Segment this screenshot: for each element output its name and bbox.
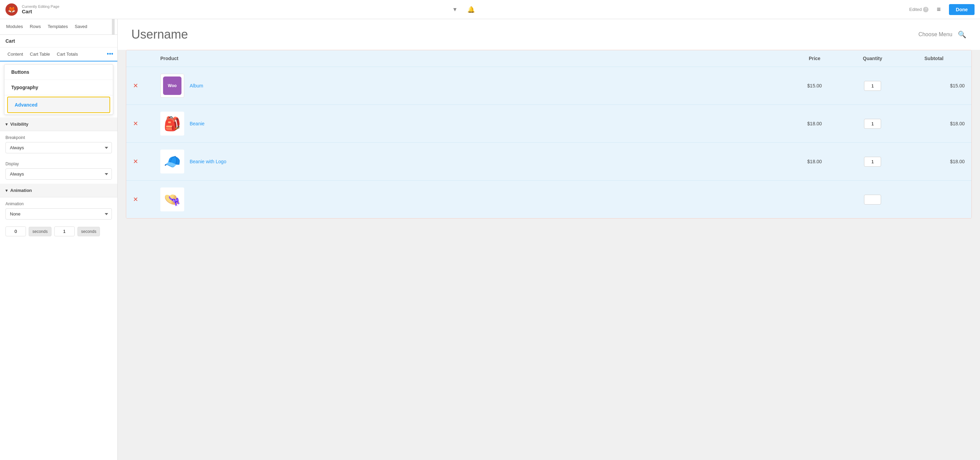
breakpoint-select[interactable]: Always Desktop Tablet Mobile	[5, 142, 112, 153]
sidebar-content: ▾ Visibility Breakpoint Always Desktop T…	[0, 118, 117, 460]
sidebar-resize-handle[interactable]	[112, 19, 115, 35]
breakpoint-field: Breakpoint Always Desktop Tablet Mobile	[0, 131, 117, 157]
dropdown-advanced[interactable]: Advanced	[7, 97, 110, 113]
display-select[interactable]: Always Never	[5, 168, 112, 180]
main-content: Username Choose Menu 🔍 Product Price Qua…	[118, 19, 980, 460]
page-header: Username Choose Menu 🔍	[118, 19, 980, 50]
product-name-album[interactable]: Album	[190, 83, 203, 88]
subtotal-beanie: $18.00	[903, 121, 965, 126]
product-beanie: 🎒 Beanie	[160, 112, 787, 136]
price-album: $15.00	[787, 83, 842, 88]
edited-label: Edited	[909, 7, 922, 12]
tab-cart-table[interactable]: Cart Table	[27, 48, 54, 61]
search-icon[interactable]: 🔍	[958, 30, 966, 38]
main-layout: Modules Rows Templates Saved Cart Conten…	[0, 19, 980, 460]
nav-templates[interactable]: Templates	[45, 19, 71, 35]
quantity-cell-album	[842, 81, 903, 91]
editing-label: Currently Editing Page	[22, 5, 448, 8]
animation-duration-input[interactable]	[54, 227, 75, 236]
product-name-beanie-logo[interactable]: Beanie with Logo	[190, 159, 226, 164]
duration-unit-label: seconds	[78, 227, 100, 236]
animation-delay-input[interactable]	[5, 227, 26, 236]
visibility-section-header[interactable]: ▾ Visibility	[0, 118, 117, 131]
cart-container: Product Price Quantity Subtotal ✕ Woo Al…	[126, 50, 972, 219]
dropdown-typography[interactable]: Typography	[5, 80, 113, 95]
remove-beanie-logo-button[interactable]: ✕	[133, 158, 160, 165]
cart-row: ✕ 👒	[126, 180, 972, 218]
product-album: Woo Album	[160, 74, 787, 97]
cart-row: ✕ 🧢 Beanie with Logo $18.00 $18.00	[126, 143, 972, 180]
subtotal-beanie-logo: $18.00	[903, 159, 965, 164]
breakpoint-label: Breakpoint	[5, 135, 112, 140]
price-beanie-logo: $18.00	[787, 159, 842, 164]
price-beanie: $18.00	[787, 121, 842, 126]
display-label: Display	[5, 161, 112, 166]
animation-label: Animation	[10, 188, 32, 193]
dropdown-buttons[interactable]: Buttons	[5, 64, 113, 80]
page-header-right: Choose Menu 🔍	[918, 30, 966, 38]
visibility-chevron: ▾	[5, 122, 8, 127]
quantity-input-beanie-logo[interactable]	[864, 157, 881, 167]
header-remove	[133, 56, 160, 61]
quantity-cell-beanie	[842, 119, 903, 129]
header-price: Price	[787, 56, 842, 61]
help-icon[interactable]: ?	[923, 7, 929, 12]
remove-beanie-button[interactable]: ✕	[133, 120, 160, 128]
cart-table-header: Product Price Quantity Subtotal	[126, 50, 972, 67]
animation-timing-row: seconds seconds	[0, 224, 117, 239]
done-button[interactable]: Done	[949, 4, 975, 15]
header-product: Product	[160, 56, 787, 61]
product-image-cap: 👒	[160, 187, 184, 211]
quantity-input-album[interactable]	[864, 81, 881, 91]
product-image-album: Woo	[160, 74, 184, 97]
product-image-beanie: 🎒	[160, 112, 184, 136]
subtotal-album: $15.00	[903, 83, 965, 88]
remove-cap-button[interactable]: ✕	[133, 196, 160, 203]
notifications-bell[interactable]: 🔔	[467, 6, 475, 13]
quantity-input-beanie[interactable]	[864, 119, 881, 129]
animation-section-header[interactable]: ▾ Animation	[0, 184, 117, 197]
delay-unit-label: seconds	[29, 227, 51, 236]
cart-table: Product Price Quantity Subtotal ✕ Woo Al…	[126, 50, 972, 219]
page-select-chevron[interactable]: ▼	[452, 6, 458, 13]
quantity-cell-beanie-logo	[842, 157, 903, 167]
content-tabs: Content Cart Table Cart Totals •••	[0, 48, 117, 61]
module-title: Cart	[0, 35, 117, 48]
header-quantity: Quantity	[842, 56, 903, 61]
tab-more-button[interactable]: •••	[107, 51, 113, 58]
product-name-beanie[interactable]: Beanie	[190, 121, 205, 126]
nav-rows[interactable]: Rows	[26, 19, 45, 35]
sidebar: Modules Rows Templates Saved Cart Conten…	[0, 19, 118, 460]
edited-status: Edited ?	[909, 7, 929, 12]
layout-menu-icon[interactable]: ≡	[937, 5, 941, 13]
cart-row: ✕ Woo Album $15.00 $15.00	[126, 67, 972, 105]
remove-album-button[interactable]: ✕	[133, 82, 160, 89]
quantity-cell-cap	[842, 195, 903, 204]
cart-row: ✕ 🎒 Beanie $18.00 $18.00	[126, 105, 972, 143]
visibility-label: Visibility	[10, 121, 28, 127]
sidebar-nav: Modules Rows Templates Saved	[0, 19, 117, 35]
animation-type-label: Animation	[5, 201, 112, 206]
quantity-input-cap[interactable]	[864, 195, 881, 204]
animation-field: Animation None Fade Slide	[0, 197, 117, 224]
product-beanie-logo: 🧢 Beanie with Logo	[160, 150, 787, 174]
product-image-beanie-logo: 🧢	[160, 150, 184, 174]
page-name: Cart	[22, 8, 448, 14]
header-subtotal: Subtotal	[903, 56, 965, 61]
page-info: Currently Editing Page Cart	[22, 5, 448, 14]
display-field: Display Always Never	[0, 157, 117, 184]
choose-menu-link[interactable]: Choose Menu	[918, 32, 952, 38]
top-bar: 🦊 Currently Editing Page Cart ▼ 🔔 Edited…	[0, 0, 980, 19]
dropdown-panel: Buttons Typography Advanced	[4, 64, 113, 115]
animation-chevron: ▾	[5, 188, 8, 193]
tab-cart-totals[interactable]: Cart Totals	[54, 48, 81, 61]
nav-saved[interactable]: Saved	[71, 19, 91, 35]
animation-select[interactable]: None Fade Slide	[5, 208, 112, 220]
product-cap: 👒	[160, 187, 787, 211]
tab-content[interactable]: Content	[4, 48, 27, 61]
app-logo: 🦊	[5, 3, 18, 16]
nav-modules[interactable]: Modules	[3, 19, 26, 35]
page-title: Username	[131, 27, 188, 42]
